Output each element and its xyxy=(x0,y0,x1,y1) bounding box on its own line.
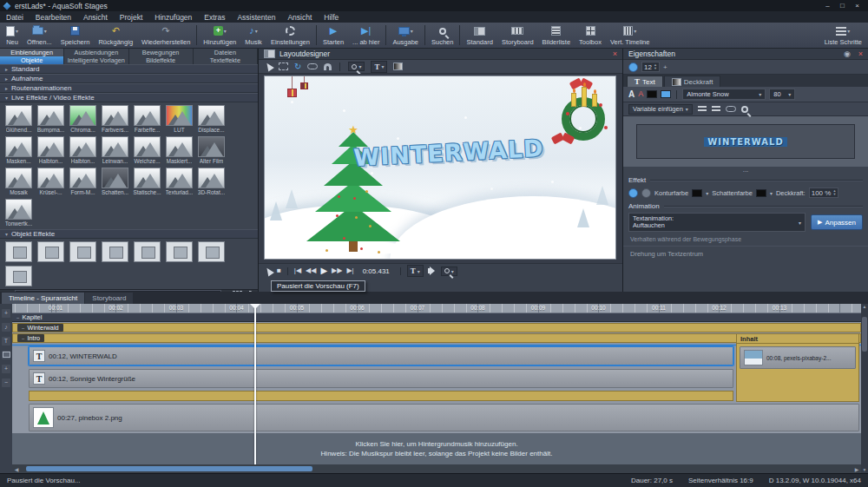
text-preview-box[interactable]: WINTERWALD xyxy=(636,124,855,159)
font-size-select[interactable]: 80 ▾ xyxy=(769,89,795,100)
toolbar-button-bilderliste[interactable]: Bilderliste xyxy=(538,23,575,48)
effect-item[interactable]: Statische... xyxy=(132,168,162,195)
effect-item[interactable] xyxy=(3,241,34,262)
align-left-icon[interactable] xyxy=(698,106,707,113)
background-tool-icon[interactable] xyxy=(393,63,403,70)
collapse-icon[interactable]: − xyxy=(16,315,20,320)
pin-panel-icon[interactable]: ◉ xyxy=(844,49,851,58)
collapse-icon[interactable]: − xyxy=(22,336,25,341)
tab-text[interactable]: T Text xyxy=(627,76,663,87)
menu-hilfe[interactable]: Hilfe xyxy=(318,13,345,22)
section-aufnahme[interactable]: ▸ Aufnahme xyxy=(0,74,258,83)
effect-item[interactable]: Displace... xyxy=(196,105,227,133)
close-panel-icon[interactable]: × xyxy=(858,49,863,58)
effect-item[interactable] xyxy=(164,241,194,262)
anpassen-button[interactable]: ▶ Anpassen xyxy=(811,214,863,230)
scroll-left-icon[interactable]: ◀ xyxy=(12,466,21,472)
effect-item[interactable] xyxy=(196,241,227,262)
schattenfarbe-swatch[interactable] xyxy=(756,189,766,197)
add-track-icon[interactable]: + xyxy=(2,309,10,318)
close-panel-icon[interactable]: × xyxy=(613,49,617,58)
toolbar-button-toolbox[interactable]: Toolbox xyxy=(575,23,606,48)
playhead-marker[interactable] xyxy=(250,304,260,309)
menu-projekt[interactable]: Projekt xyxy=(114,13,148,22)
zoom-out-icon[interactable]: − xyxy=(2,378,10,387)
timeline-item-winterwald[interactable]: T 00:12, WINTERWALD xyxy=(29,346,733,365)
timeline-vertical-scrollbar[interactable]: ▲ ▼ xyxy=(861,304,868,473)
toolbar-button-storyboard[interactable]: Storyboard xyxy=(497,23,538,48)
link-tool-icon[interactable] xyxy=(307,63,318,69)
toolbar-button-liste-schritte[interactable]: ▾ Liste Schritte xyxy=(820,23,866,48)
media-track-icon[interactable] xyxy=(2,351,10,359)
object-color-icon[interactable] xyxy=(628,63,638,72)
text-wrap-dropdown[interactable]: T▾ xyxy=(371,61,387,73)
rewind-button[interactable]: ◀◀ xyxy=(306,267,316,275)
zoom-in-icon[interactable]: + xyxy=(2,365,10,373)
effect-item[interactable]: Texturlad... xyxy=(164,168,194,195)
effect-item[interactable]: Farbeffe... xyxy=(132,105,162,133)
menu-extras[interactable]: Extras xyxy=(198,13,231,22)
zoom-dropdown[interactable]: ▾ xyxy=(441,267,457,276)
insert-variable-button[interactable]: Variable einfügen ▾ xyxy=(628,104,693,115)
tab-ausblendungen[interactable]: Ausblendungen xyxy=(64,49,128,56)
music-track-placeholder[interactable]: Klicken Sie hier, um Hintergrundmusik hi… xyxy=(12,433,861,464)
effect-item[interactable]: Chroma... xyxy=(68,105,98,133)
font-style-icon[interactable]: A xyxy=(628,89,635,99)
toolbar-button-vert-timeline[interactable]: ▾ Vert. Timeline xyxy=(606,23,654,48)
effect-item[interactable]: Halbton... xyxy=(36,136,66,164)
marquee-tool-icon[interactable] xyxy=(279,63,288,70)
text-color-swatch[interactable] xyxy=(661,90,671,98)
tab-texteffekte[interactable]: Texteffekte xyxy=(194,56,258,64)
toolbar-button-musik[interactable]: ♪▾ Musik xyxy=(240,23,266,48)
tab-deckkraft[interactable]: Deckkraft xyxy=(664,76,721,87)
toolbar-button-einstellungen[interactable]: Einstellungen xyxy=(266,23,314,48)
effect-item[interactable]: Maskiert... xyxy=(164,136,194,164)
scroll-up-icon[interactable]: ▲ xyxy=(863,304,867,310)
text-animation-dropdown[interactable]: Textanimation: Auftauchen ▾ xyxy=(628,213,806,232)
winterwald-chapter-bar[interactable]: −Winterwald xyxy=(12,323,861,332)
rotate-tool-icon[interactable]: ↻ xyxy=(294,62,301,71)
effect-toggle-icon[interactable] xyxy=(628,188,638,198)
konturfarbe-swatch[interactable] xyxy=(692,189,702,197)
value-spinner[interactable]: 12 ▲▼ xyxy=(641,62,660,72)
empty-chapter-row[interactable] xyxy=(29,391,733,401)
tab-storyboard[interactable]: Storyboard xyxy=(85,293,133,304)
link-icon[interactable] xyxy=(726,106,736,112)
magnet-snap-icon[interactable] xyxy=(324,63,332,70)
effect-item[interactable]: Farbvers... xyxy=(100,105,130,133)
spin-down-icon[interactable]: ▼ xyxy=(654,67,657,70)
close-button[interactable]: × xyxy=(850,2,865,10)
toolbar-button-wiederherstellen[interactable]: ↷ Wiederherstellen xyxy=(137,23,194,48)
timeline-horizontal-scrollbar[interactable]: ◀ ▶ xyxy=(12,464,861,473)
scroll-down-icon[interactable]: ▼ xyxy=(863,467,867,473)
tab-objekte[interactable]: Objekte xyxy=(0,56,64,64)
scroll-right-icon[interactable]: ▶ xyxy=(852,466,861,472)
playhead[interactable] xyxy=(254,304,256,464)
select-tool-icon[interactable] xyxy=(264,266,274,276)
effect-item[interactable] xyxy=(3,266,34,286)
outline-color-swatch[interactable] xyxy=(647,90,657,98)
zoom-icon[interactable] xyxy=(741,106,748,113)
skip-start-button[interactable]: |◀ xyxy=(294,267,301,275)
toolbar-button-oeffnen[interactable]: ▾ Öffnen... xyxy=(23,23,56,48)
section-routenanimationen[interactable]: ▸ Routenanimationen xyxy=(0,83,258,93)
menu-ansicht2[interactable]: Ansicht xyxy=(281,13,318,22)
effect-item[interactable] xyxy=(36,241,66,262)
toolbar-button-starten[interactable]: ▶ Starten xyxy=(319,23,348,48)
effect-item[interactable]: Glühend... xyxy=(3,105,34,133)
section-standard[interactable]: ▸ Standard xyxy=(0,64,258,74)
add-value-icon[interactable]: + xyxy=(663,63,667,71)
menu-hinzufuegen[interactable]: Hinzufügen xyxy=(148,13,198,22)
stop-button[interactable]: ■ xyxy=(277,267,281,275)
scrollbar-thumb[interactable] xyxy=(862,317,867,352)
effect-item[interactable]: Masken... xyxy=(3,136,34,164)
effect-toggle2-icon[interactable] xyxy=(641,188,651,198)
text-display-dropdown[interactable]: T▾ xyxy=(407,265,424,277)
menu-datei[interactable]: Datei xyxy=(0,13,30,22)
inhalt-block[interactable]: Inhalt 00:08, pexels-pixabay-2... xyxy=(736,333,859,402)
toolbar-button-ausgabe[interactable]: ▾ Ausgabe xyxy=(388,23,423,48)
collapse-icon[interactable]: − xyxy=(22,326,25,331)
font-family-select[interactable]: Almonte Snow ▾ xyxy=(682,89,766,100)
toolbar-button-hinzufuegen[interactable]: +▾ Hinzufügen xyxy=(199,23,240,48)
preview-text[interactable]: WINTERWALD xyxy=(704,137,786,147)
